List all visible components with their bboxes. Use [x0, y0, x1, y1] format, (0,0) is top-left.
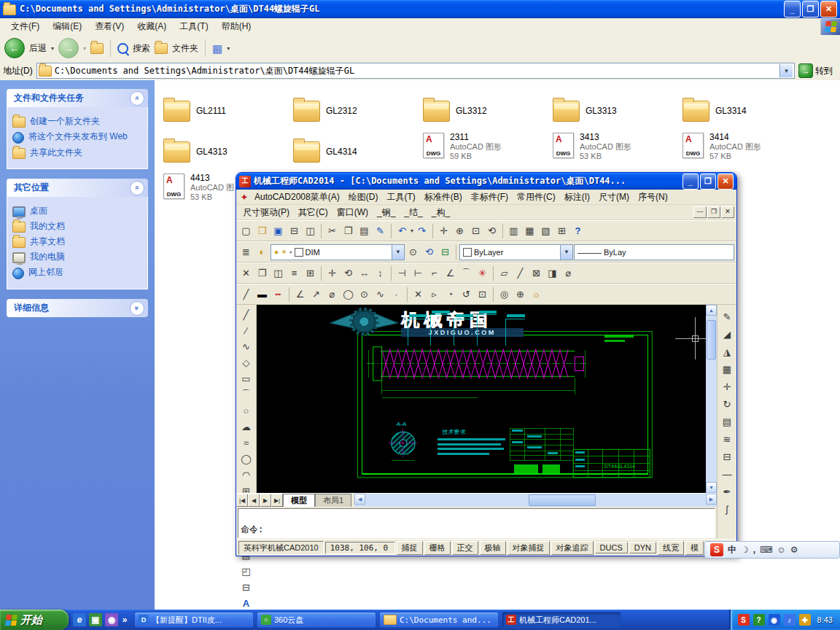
copy-object-icon[interactable]: ❐ — [254, 265, 270, 281]
plot-icon[interactable]: ⊟ — [287, 223, 302, 238]
layer-manager-icon[interactable]: ≣ — [238, 244, 254, 260]
zoom-extents-icon[interactable]: ⊕ — [513, 287, 528, 302]
cad-close-button[interactable]: ✕ — [718, 174, 734, 190]
task-new-folder[interactable]: 创建一个新文件夹 — [12, 116, 144, 128]
place-my-documents[interactable]: 我的文档 — [12, 221, 144, 233]
search-label[interactable]: 搜索 — [133, 42, 150, 55]
delete-tool-icon[interactable]: ✕ — [411, 287, 426, 302]
table-cell-icon[interactable]: ⊟ — [719, 449, 735, 464]
dim-aligned-icon[interactable]: ╱ — [513, 265, 528, 281]
wave-icon[interactable]: ≋ — [719, 432, 735, 446]
break-icon[interactable]: ⌐ — [427, 265, 442, 281]
undo-small-icon[interactable]: ↺ — [459, 287, 474, 302]
close-button[interactable]: ✕ — [820, 1, 837, 18]
other-places-header[interactable]: 其它位置 » — [7, 179, 148, 197]
menu-dim-drive[interactable]: 尺寸驱动(P) — [238, 205, 294, 220]
toggle-grid[interactable]: 栅格 — [424, 541, 451, 555]
dim-radius-icon[interactable]: ◨ — [545, 265, 560, 281]
line-icon[interactable]: ╱ — [238, 306, 254, 322]
file-tile[interactable]: A DWG 3413 AutoCAD 图形 53 KB — [551, 131, 681, 172]
address-dropdown-icon[interactable]: ▼ — [779, 64, 793, 77]
plot-preview-icon[interactable]: ◫ — [303, 223, 318, 238]
folder-tile[interactable]: GL4313 — [162, 131, 292, 172]
color-combo-dropdown-icon[interactable]: ▼ — [560, 245, 572, 260]
file-tile[interactable]: A DWG 3414 AutoCAD 图形 57 KB — [681, 131, 811, 172]
task-button-dtii[interactable]: D 【新提醒】DTII皮... — [134, 612, 254, 628]
offset-icon[interactable]: ≡ — [287, 265, 302, 281]
spline-tool-icon[interactable]: ∿ — [373, 287, 388, 302]
menu-view[interactable]: 查看(V) — [88, 18, 131, 35]
details-header[interactable]: 详细信息 » — [7, 299, 148, 317]
cad-titlebar[interactable]: 工 机械工程师CAD2014 - [C:\Documents and Setti… — [236, 173, 736, 190]
start-button[interactable]: 开始 — [0, 610, 69, 630]
rectangle-icon[interactable]: ▭ — [238, 370, 254, 386]
toggle-osnap[interactable]: 对象捕捉 — [508, 541, 550, 555]
color-combo[interactable]: ByLayer ▼ — [459, 244, 573, 260]
tool-palettes-icon[interactable]: ▧ — [538, 223, 553, 238]
linetype-combo[interactable]: ——— ByLay — [574, 244, 734, 260]
mdi-restore-button[interactable]: ❐ — [707, 206, 720, 218]
folder-tile[interactable]: GL3314 — [681, 90, 811, 131]
tab-layout1[interactable]: 布局1 — [315, 494, 351, 507]
back-dropdown-icon[interactable]: ▾ — [51, 45, 54, 52]
cad-restore-button[interactable]: ❐ — [700, 174, 716, 190]
layer-combo[interactable]: ● ☀ ▪ DIM ▼ — [271, 244, 405, 260]
toggle-dyn[interactable]: DYN — [629, 542, 656, 553]
scroll-left-icon[interactable]: ◀ — [354, 494, 365, 505]
place-shared-documents[interactable]: 共享文档 — [12, 236, 144, 248]
toggle-model[interactable]: 模 — [685, 541, 704, 555]
settings-gear-icon[interactable]: ⚙ — [790, 545, 798, 555]
polyline-icon[interactable]: ∿ — [238, 338, 254, 354]
redo-icon[interactable]: ↷ — [414, 223, 429, 238]
pan-icon[interactable]: ✛ — [436, 223, 451, 238]
volume-tray-icon[interactable]: ♪ — [784, 614, 796, 626]
table-icon[interactable]: ⊟ — [238, 579, 254, 595]
revision-cloud-icon[interactable]: ☁ — [238, 419, 254, 435]
erase-icon[interactable]: ✕ — [238, 265, 254, 281]
folders-label[interactable]: 文件夹 — [172, 42, 198, 55]
polygon-icon[interactable]: ◇ — [238, 354, 254, 370]
grid-blocks-icon[interactable]: ▦ — [719, 362, 735, 376]
task-button-cad[interactable]: 工 机械工程师CAD201... — [502, 612, 621, 628]
move-tool-icon[interactable]: ✛ — [719, 379, 735, 394]
stretch-icon[interactable]: ↕ — [373, 265, 388, 281]
spline-icon[interactable]: ≈ — [238, 435, 254, 451]
menu-standard-parts[interactable]: 标准件(B) — [420, 190, 467, 205]
task-publish-web[interactable]: 将这个文件夹发布到 Web — [12, 131, 144, 144]
pen-icon[interactable]: ✒ — [719, 484, 735, 499]
leader-icon[interactable]: ↗ — [308, 287, 324, 302]
command-window[interactable]: 命令: — [238, 508, 715, 538]
show-desktop-icon[interactable]: ▣ — [89, 613, 102, 626]
match-properties-icon[interactable]: ✎ — [373, 223, 388, 238]
dashed-line-icon[interactable]: ╍ — [271, 287, 286, 302]
menu-jie[interactable]: _结_ — [400, 205, 427, 220]
dim-diameter-icon[interactable]: ⌀ — [561, 265, 576, 281]
circle-tool-icon[interactable]: ◯ — [341, 287, 356, 302]
forward-dropdown-icon[interactable]: ▾ — [83, 45, 86, 52]
menu-autocad2008[interactable]: AutoCAD2008菜单(A) — [250, 190, 344, 205]
taper-icon[interactable]: ◮ — [719, 344, 735, 359]
circle-icon[interactable]: ○ — [238, 402, 254, 419]
layer-combo-dropdown-icon[interactable]: ▼ — [392, 245, 404, 260]
construction-line-icon[interactable]: ⁄ — [238, 322, 254, 338]
menu-steel[interactable]: _钢_ — [373, 205, 400, 220]
cut-icon[interactable]: ✂ — [324, 223, 340, 238]
new-file-icon[interactable]: ▢ — [238, 223, 254, 238]
place-desktop[interactable]: 桌面 — [12, 206, 144, 217]
design-center-icon[interactable]: ▦ — [522, 223, 537, 238]
donut-icon[interactable]: ◎ — [497, 287, 512, 302]
back-icon[interactable]: ← — [4, 38, 25, 58]
save-icon[interactable]: ▣ — [271, 223, 286, 238]
calculator-icon[interactable]: ⊞ — [554, 223, 569, 238]
layer-isolate-icon[interactable]: ⊟ — [438, 244, 453, 260]
address-input[interactable]: C:\Documents and Settings\Administrator\… — [36, 63, 795, 79]
explode-icon[interactable]: ✳ — [475, 265, 490, 281]
mdi-close-button[interactable]: ✕ — [721, 206, 734, 218]
horizontal-scroll-thumb[interactable] — [529, 494, 596, 506]
layer-previous-icon[interactable]: ⟲ — [421, 244, 437, 260]
scale-icon[interactable]: ↔ — [357, 265, 372, 281]
scroll-down-icon[interactable]: ▼ — [706, 482, 717, 493]
play-icon[interactable]: ▹ — [427, 287, 442, 302]
update-tray-icon[interactable]: ◉ — [769, 614, 780, 626]
forward-icon[interactable]: → — [58, 38, 79, 58]
